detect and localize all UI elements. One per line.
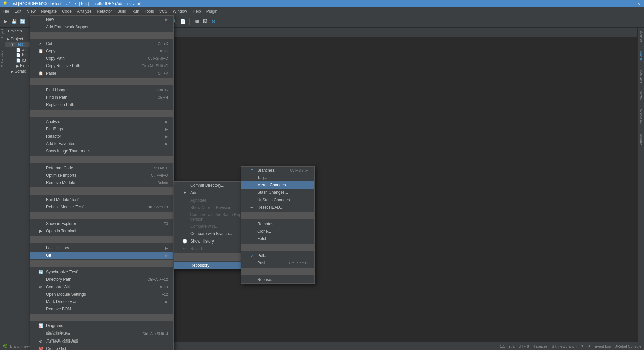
sidebar-project-tab[interactable]: 1: Project xyxy=(0,28,5,43)
ctx-open-terminal[interactable]: ▶ Open in Terminal xyxy=(30,227,173,235)
ctx-findbugs[interactable]: FindBugs ▶ xyxy=(30,125,173,133)
ctx-synchronize[interactable]: 🔄 Synchronize 'Test' xyxy=(30,268,173,276)
menu-run[interactable]: Run xyxy=(129,7,142,15)
repo-merge[interactable]: Merge Changes... xyxy=(241,181,314,189)
repo-remotes[interactable]: Remotes... xyxy=(241,220,314,228)
repo-tag[interactable]: Tag... xyxy=(241,174,314,181)
ctx-find-usages[interactable]: Find Usages Ctrl+G xyxy=(30,86,173,94)
toolbar-copy2[interactable]: 📄 xyxy=(179,17,187,26)
ctx-show-thumbnails[interactable]: Show Image Thumbnails xyxy=(30,147,173,155)
toolbar-sep-4 xyxy=(189,18,190,25)
menu-plugin[interactable]: Plugin xyxy=(204,7,220,15)
menu-tools[interactable]: Tools xyxy=(142,7,157,15)
copy-shortcut: Ctrl+C xyxy=(158,49,168,53)
menu-analyze[interactable]: Analyze xyxy=(74,7,94,15)
ctx-code-scan[interactable]: 编码规约扫描 Ctrl+Alt+Shift+J xyxy=(30,330,173,337)
menu-refactor[interactable]: Refactor xyxy=(94,7,115,15)
push-icon[interactable]: ⬆ xyxy=(581,344,584,348)
ctx-build-module[interactable]: Build Module 'Test' xyxy=(30,196,173,203)
right-tab-keymap[interactable]: Keymap xyxy=(639,29,643,44)
ctx-diagrams[interactable]: 📊 Diagrams xyxy=(30,322,173,330)
right-tab-maven[interactable]: Maven xyxy=(639,89,643,102)
ctx-module-settings[interactable]: Open Module Settings F12 xyxy=(30,291,173,298)
history2-icon: 🕐 xyxy=(182,239,187,244)
ctx-code-scan-label: 编码规约扫描 xyxy=(46,331,70,336)
ctx-find-in-path[interactable]: Find in Path... Ctrl+H xyxy=(30,94,173,101)
repo-clone[interactable]: Clone... xyxy=(241,228,314,235)
menu-build[interactable]: Build xyxy=(115,7,129,15)
toolbar-btn-1[interactable]: ▶ xyxy=(1,17,9,26)
ctx-analyze-label: Analyze xyxy=(46,119,60,124)
title-bar-controls[interactable]: ─ □ ✕ xyxy=(623,1,641,6)
menu-help[interactable]: Help xyxy=(190,7,204,15)
ctx-sep-7 xyxy=(30,236,173,243)
menu-window[interactable]: Window xyxy=(170,7,190,15)
event-log-label[interactable]: Event Log xyxy=(595,344,611,348)
ctx-copy[interactable]: 📋 Copy Ctrl+C xyxy=(30,47,173,55)
ctx-add-favorites[interactable]: Add to Favorites ▶ xyxy=(30,140,173,147)
close-button[interactable]: ✕ xyxy=(636,1,641,6)
menu-edit[interactable]: Edit xyxy=(12,7,24,15)
ctx-mark-directory[interactable]: Mark Directory as ▶ xyxy=(30,298,173,305)
menu-view[interactable]: View xyxy=(24,7,38,15)
repo-unstash-label: UnStash Changes... xyxy=(257,198,293,202)
repo-unstash[interactable]: UnStash Changes... xyxy=(241,196,314,204)
ctx-analyze[interactable]: Analyze ▶ xyxy=(30,118,173,125)
ctx-copy-path[interactable]: Copy Path Ctrl+Shift+C xyxy=(30,55,173,62)
ctx-create-gist[interactable]: 🐙 Create Gist... xyxy=(30,345,173,350)
toolbar-circle[interactable]: ⊙ xyxy=(210,17,218,26)
sidebar-favorites-tab[interactable]: 2: Favorites xyxy=(0,50,5,68)
ctx-show-explorer[interactable]: Show in Explorer F3 xyxy=(30,220,173,227)
menu-vcs[interactable]: VCS xyxy=(157,7,170,15)
ctx-new[interactable]: New ▶ xyxy=(30,16,173,23)
ctx-compare-with[interactable]: ⊕ Compare With... Ctrl+D xyxy=(30,283,173,291)
ctx-refactor[interactable]: Refactor ▶ xyxy=(30,133,173,140)
menu-navigate[interactable]: Navigate xyxy=(38,7,59,15)
right-tab-xcoder[interactable]: XCoder xyxy=(639,49,643,63)
ctx-add-framework[interactable]: Add Framework Support... xyxy=(30,23,173,31)
ctx-local-history[interactable]: Local History ▶ xyxy=(30,244,173,252)
repository-submenu[interactable]: Y Branches... Ctrl+Shift+` Tag... Merge … xyxy=(241,166,315,284)
minimize-button[interactable]: ─ xyxy=(623,1,628,6)
repo-reset-head[interactable]: ↩ Reset HEAD... xyxy=(241,204,314,211)
ctx-git[interactable]: Git ▶ xyxy=(30,252,173,259)
repo-stash[interactable]: Stash Changes... xyxy=(241,189,314,196)
ctx-directory-path[interactable]: Directory Path Ctrl+Alt+F12 xyxy=(30,276,173,283)
ctx-remove-bom[interactable]: Remove BOM xyxy=(30,305,173,313)
pull-icon[interactable]: ⬇ xyxy=(588,344,591,348)
ctx-explorer-label: Show in Explorer xyxy=(46,221,76,226)
git-status-label[interactable]: Git: newbranch xyxy=(552,344,577,348)
repo-push[interactable]: Push... Ctrl+Shift+K xyxy=(241,259,314,267)
menu-code[interactable]: Code xyxy=(59,7,74,15)
repo-pull[interactable]: ✓ Pull... xyxy=(241,252,314,259)
toolbar-btn-2[interactable]: 💾 xyxy=(10,17,18,26)
branch-label[interactable]: Branch new xyxy=(10,344,30,348)
ctx-rebuild-module[interactable]: Rebuild Module 'Test' Ctrl+Shift+F9 xyxy=(30,203,173,211)
toolbar-image[interactable]: 🖼 xyxy=(201,17,209,26)
menu-file[interactable]: File xyxy=(0,7,12,15)
repo-branches[interactable]: Y Branches... Ctrl+Shift+` xyxy=(241,167,314,174)
restore-button[interactable]: □ xyxy=(629,1,635,6)
ctx-replace-in-path[interactable]: Replace in Path... xyxy=(30,101,173,108)
tree-icon-b: 📄 xyxy=(16,53,21,57)
encoding-label[interactable]: UTF-8 xyxy=(519,344,529,348)
right-tab-database[interactable]: Database xyxy=(639,68,643,85)
ctx-find-path-label: Find in Path... xyxy=(46,95,71,100)
ctx-cut[interactable]: ✂ Cut Ctrl+X xyxy=(30,40,173,47)
repo-fetch[interactable]: Fetch xyxy=(241,235,314,243)
right-tab-artbuild[interactable]: ArtBuild xyxy=(639,132,643,147)
ctx-realtime[interactable]: ⊙ 关闭实时检测功能 xyxy=(30,337,173,345)
ctx-copy-relative-path[interactable]: Copy Relative Path Ctrl+Alt+Shift+C xyxy=(30,62,173,70)
toolbar-btn-3[interactable]: 🔄 xyxy=(19,17,27,26)
ctx-sep-9 xyxy=(30,314,173,321)
ctx-optimize[interactable]: Optimize Imports Ctrl+Alt+O xyxy=(30,172,173,179)
indent-label[interactable]: 4 spaces xyxy=(533,344,548,348)
realtime-icon: ⊙ xyxy=(38,339,43,344)
repo-rebase[interactable]: Rebase... xyxy=(241,276,314,283)
right-tab-retservices[interactable]: RetServices xyxy=(639,107,643,128)
jrebel-label[interactable]: JRebel Console xyxy=(615,344,641,348)
ctx-paste[interactable]: 📋 Paste Ctrl+V xyxy=(30,70,173,77)
primary-context-menu[interactable]: New ▶ Add Framework Support... ✂ Cut Ctr… xyxy=(30,15,174,350)
ctx-remove-module[interactable]: Remove Module Delete xyxy=(30,179,173,186)
ctx-reformat[interactable]: Reformat Code Ctrl+Alt+L xyxy=(30,164,173,172)
